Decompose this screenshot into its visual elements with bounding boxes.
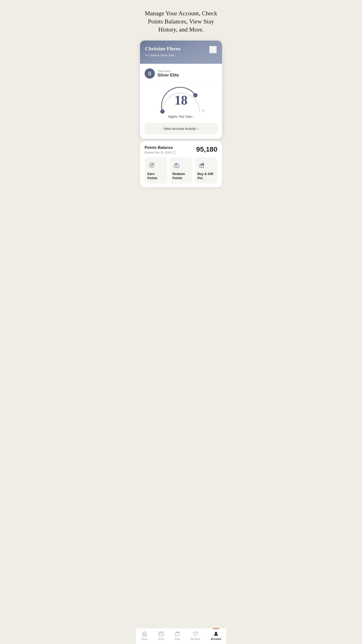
earn-points-button[interactable]: ★ + Earn Points [144,158,167,183]
points-value: 95,180 [196,145,218,153]
svg-text:✓: ✓ [194,94,196,97]
gift-icon: ★ [198,161,206,170]
profile-icon-button[interactable] [209,46,217,54]
svg-rect-11 [174,164,179,168]
points-card: Points Balance Expires Dec 31, 2024 i 95… [140,141,222,187]
gauge-max: 25 [202,109,205,112]
points-expiry: Expires Dec 31, 2024 i [144,151,176,154]
points-actions: ★ + Earn Points Redeem Points [144,158,218,183]
hero-title: Manage Your Account, Check Points Balanc… [136,0,226,38]
redeem-points-button[interactable]: Redeem Points [170,158,192,183]
chevron-right-icon: › [193,115,194,118]
medal-icon [147,71,152,76]
profile-name: Christine Florez [145,46,217,52]
earn-points-label: Earn Points [148,172,164,180]
earn-icon: ★ + [148,161,156,170]
redeem-points-label: Redeem Points [172,172,190,180]
points-header: Points Balance Expires Dec 31, 2024 i 95… [144,145,218,154]
points-label-group: Points Balance Expires Dec 31, 2024 i [144,145,176,154]
profile-tier: ∞ Lifetime Silver Elite [145,53,217,57]
gauge-number: 18 [174,94,188,107]
svg-text:+: + [152,163,154,165]
divider [144,82,218,82]
status-card: Your level › Silver Elite ✓ ✓ 18 [140,64,222,139]
svg-point-0 [212,48,214,50]
gauge-chart: ✓ ✓ 18 25 [156,85,206,113]
view-account-activity-button[interactable]: View Account Activity › [144,123,218,134]
nights-row[interactable]: Nights This Year › [144,114,218,119]
level-row[interactable]: Your level › Silver Elite [144,68,218,78]
chevron-right-icon: › [170,70,171,72]
info-icon: i [172,151,176,154]
buy-gift-points-button[interactable]: ★ Buy & Gift Poi. [195,158,218,183]
profile-header: Christine Florez ∞ Lifetime Silver Elite [140,40,222,64]
redeem-icon [172,161,181,170]
svg-text:✓: ✓ [162,110,164,113]
svg-text:★: ★ [202,163,204,165]
buy-gift-points-label: Buy & Gift Poi. [198,172,214,180]
user-icon [210,46,216,52]
points-balance-label: Points Balance [144,145,176,150]
nights-label[interactable]: Nights This Year › [168,115,194,118]
svg-point-2 [149,72,150,73]
infinity-icon: ∞ [145,53,148,57]
level-name: Silver Elite [158,73,179,78]
svg-rect-13 [176,165,176,166]
level-label: Your level › [158,70,179,73]
main-card: Christine Florez ∞ Lifetime Silver Elite [140,40,222,139]
chevron-right-icon: › [198,126,198,130]
level-info: Your level › Silver Elite [158,70,179,78]
level-badge [144,68,155,78]
